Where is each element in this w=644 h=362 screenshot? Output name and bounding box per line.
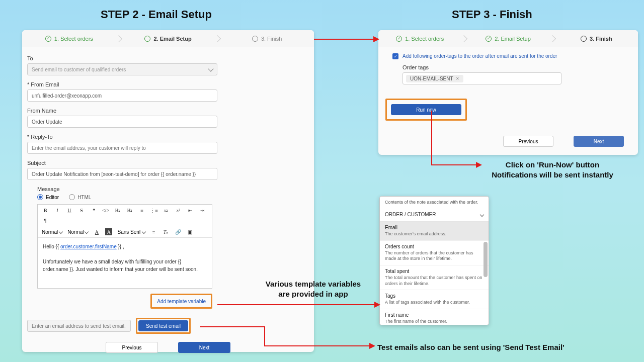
link-icon[interactable]: 🔗 <box>175 228 182 235</box>
sub-icon[interactable]: x₂ <box>163 207 170 214</box>
from-name-label: From Name <box>27 108 309 114</box>
bg-color-icon[interactable]: A <box>105 228 112 235</box>
step-2: 2. Email Setup <box>121 36 215 42</box>
ul-icon[interactable]: ⋮≡ <box>150 207 157 214</box>
run-now-button[interactable]: Run now <box>391 104 461 115</box>
previous-button[interactable]: Previous <box>503 136 553 147</box>
underline-icon[interactable]: U <box>66 207 73 214</box>
size-select[interactable]: Normal <box>67 229 88 235</box>
stepper: 1. Select orders 2. Email Setup 3. Finis… <box>22 30 314 47</box>
from-email-label: * From Email <box>27 81 309 87</box>
editor-toolbar: B I U S ❝ </> H₁ H₂ ≡ ⋮≡ x₂ x² ⇤ ⇥ ¶ <box>38 205 212 226</box>
step-3: 3. Finish <box>220 36 314 42</box>
step3-panel: 1. Select orders 2. Email Setup 3. Finis… <box>378 30 638 155</box>
tag-chip[interactable]: UON-EMAIL-SENT✕ <box>406 75 463 82</box>
variable-item[interactable]: Orders countThe number of orders that th… <box>380 241 489 265</box>
chevron-down-icon <box>208 66 213 71</box>
reply-to-input[interactable] <box>27 142 217 154</box>
clear-format-icon[interactable]: Tₓ <box>163 228 170 235</box>
var-note: Contents of the note associated with the… <box>380 197 489 208</box>
image-icon[interactable]: ▣ <box>187 228 194 235</box>
arrow-step2-to-step3 <box>313 34 379 44</box>
order-tags-input[interactable]: UON-EMAIL-SENT✕ <box>403 72 561 84</box>
next-button[interactable]: Next <box>574 136 624 147</box>
message-label: Message <box>37 186 309 192</box>
next-button[interactable]: Next <box>178 342 230 353</box>
font-select[interactable]: Sans Serif <box>117 229 145 235</box>
ol-icon[interactable]: ≡ <box>138 207 145 214</box>
to-label: To <box>27 55 309 61</box>
format-select[interactable]: Normal <box>42 229 62 235</box>
scrollbar[interactable] <box>484 242 488 277</box>
reply-to-label: * Reply-To <box>27 134 309 140</box>
add-tags-checkbox[interactable] <box>392 53 398 59</box>
text-color-icon[interactable]: A <box>93 228 100 235</box>
add-tags-label: Add following order-tags to the order af… <box>403 53 557 59</box>
step-2: 2. Email Setup <box>466 36 549 42</box>
step2-heading: STEP 2 - Email Setup <box>101 8 212 21</box>
code-icon[interactable]: </> <box>102 207 109 214</box>
step-1: 1. Select orders <box>22 36 116 42</box>
bold-icon[interactable]: B <box>42 207 49 214</box>
outdent-icon[interactable]: ⇤ <box>187 207 194 214</box>
html-radio[interactable]: HTML <box>69 194 91 200</box>
var-section-header[interactable]: ORDER / CUSTOMER <box>380 208 489 222</box>
italic-icon[interactable]: I <box>54 207 61 214</box>
subject-input[interactable] <box>27 168 217 180</box>
previous-button[interactable]: Previous <box>106 342 158 353</box>
editor-radio[interactable]: Editor <box>37 194 59 200</box>
send-test-email-button[interactable]: Send test email <box>138 320 188 331</box>
step-1: 1. Select orders <box>378 36 461 42</box>
variable-item[interactable]: TagsA list of tags associated with the c… <box>380 290 489 309</box>
h1-icon[interactable]: H₁ <box>114 207 121 214</box>
align-icon[interactable]: ≡ <box>150 228 157 235</box>
direction-icon[interactable]: ¶ <box>42 217 49 224</box>
close-icon[interactable]: ✕ <box>456 76 459 81</box>
strikethrough-icon[interactable]: S <box>78 207 85 214</box>
svg-marker-2 <box>476 162 482 168</box>
editor-body: Unfortunately we have a small delay with… <box>43 259 198 272</box>
quote-icon[interactable]: ❝ <box>90 207 97 214</box>
svg-marker-5 <box>369 343 375 349</box>
h2-icon[interactable]: H₂ <box>126 207 133 214</box>
chevron-down-icon <box>480 212 484 216</box>
stepper: 1. Select orders 2. Email Setup 3. Finis… <box>378 30 638 47</box>
to-select[interactable]: Send email to customer of qualified orde… <box>27 63 217 75</box>
step3-heading: STEP 3 - Finish <box>452 8 532 21</box>
subject-label: Subject <box>27 160 309 166</box>
editor-greeting: Hello {{ order.customer.firstName }} , <box>43 244 124 249</box>
order-tags-label: Order tags <box>403 64 624 70</box>
test-email-caption: Test emails also can be sent using 'Send… <box>377 342 629 352</box>
from-email-input[interactable] <box>27 89 217 102</box>
variable-item[interactable]: EmailThe customer's email address. <box>380 222 489 241</box>
indent-icon[interactable]: ⇥ <box>199 207 206 214</box>
step2-panel: 1. Select orders 2. Email Setup 3. Finis… <box>22 30 314 352</box>
message-editor: B I U S ❝ </> H₁ H₂ ≡ ⋮≡ x₂ x² ⇤ ⇥ ¶ <box>37 204 212 289</box>
template-variables-panel: Contents of the note associated with the… <box>379 196 489 325</box>
add-template-variable-button[interactable]: Add template variable <box>153 297 210 306</box>
editor-content[interactable]: Hello {{ order.customer.firstName }} , U… <box>38 238 212 288</box>
variable-item[interactable]: Total spentThe total amount that the cus… <box>380 265 489 290</box>
step-3: 3. Finish <box>555 36 638 42</box>
vars-caption: Various template variablesare provided i… <box>252 279 375 300</box>
run-now-caption: Click on 'Run-Now' buttonNotifications w… <box>482 160 623 180</box>
variable-item[interactable]: First nameThe first name of the customer… <box>380 309 489 325</box>
test-email-input[interactable] <box>27 320 131 332</box>
from-name-input[interactable] <box>27 116 217 128</box>
sup-icon[interactable]: x² <box>175 207 182 214</box>
